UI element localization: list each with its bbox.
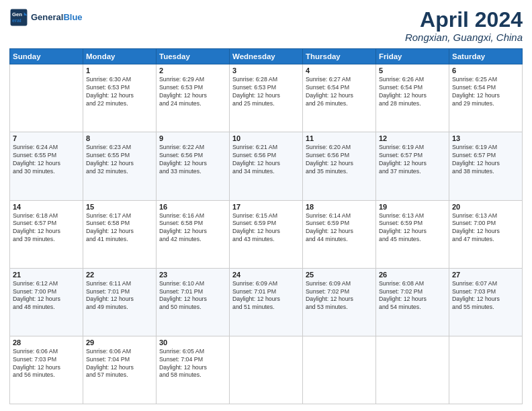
day-number: 17 [232,203,300,211]
day-info: Sunrise: 6:11 AMSunset: 7:01 PMDaylight:… [86,280,153,312]
day-info: Sunrise: 6:28 AMSunset: 6:53 PMDaylight:… [232,76,300,108]
location-title: Rongxian, Guangxi, China [405,32,523,43]
day-info: Sunrise: 6:12 AMSunset: 7:00 PMDaylight:… [13,280,80,312]
calendar-cell: 8Sunrise: 6:23 AMSunset: 6:55 PMDaylight… [83,132,157,200]
calendar-cell: 12Sunrise: 6:19 AMSunset: 6:57 PMDayligh… [376,132,449,200]
day-number: 20 [452,203,519,211]
day-info: Sunrise: 6:19 AMSunset: 6:57 PMDaylight:… [379,144,446,176]
weekday-header-thursday: Thursday [303,49,376,64]
day-number: 15 [86,203,153,211]
calendar-week-row: 21Sunrise: 6:12 AMSunset: 7:00 PMDayligh… [10,268,523,336]
calendar-cell: 1Sunrise: 6:30 AMSunset: 6:53 PMDaylight… [83,64,157,132]
day-number: 8 [86,134,153,142]
day-number: 14 [13,203,80,211]
page: Gen eral GeneralBlue April 2024 Rongxian… [0,0,532,411]
day-number: 9 [159,134,226,142]
day-info: Sunrise: 6:22 AMSunset: 6:56 PMDaylight:… [159,144,226,176]
calendar-cell: 23Sunrise: 6:10 AMSunset: 7:01 PMDayligh… [157,268,230,336]
day-number: 29 [86,338,153,347]
calendar-cell: 18Sunrise: 6:14 AMSunset: 6:59 PMDayligh… [303,200,376,268]
day-number: 25 [306,271,373,279]
day-info: Sunrise: 6:05 AMSunset: 7:04 PMDaylight:… [159,348,226,380]
day-info: Sunrise: 6:10 AMSunset: 7:01 PMDaylight:… [159,280,226,312]
svg-text:Gen: Gen [12,11,22,17]
calendar-cell [303,336,376,404]
calendar-cell: 17Sunrise: 6:15 AMSunset: 6:59 PMDayligh… [230,200,303,268]
logo-icon: Gen eral [9,8,28,27]
day-info: Sunrise: 6:14 AMSunset: 6:59 PMDaylight:… [306,212,373,244]
day-info: Sunrise: 6:08 AMSunset: 7:02 PMDaylight:… [379,280,446,312]
calendar-cell [449,336,523,404]
calendar-cell: 27Sunrise: 6:07 AMSunset: 7:03 PMDayligh… [449,268,523,336]
calendar-cell: 9Sunrise: 6:22 AMSunset: 6:56 PMDaylight… [157,132,230,200]
day-number: 6 [452,66,519,75]
calendar-cell: 30Sunrise: 6:05 AMSunset: 7:04 PMDayligh… [157,336,230,404]
day-number: 26 [379,271,446,279]
day-info: Sunrise: 6:19 AMSunset: 6:57 PMDaylight:… [452,144,519,176]
calendar-week-row: 28Sunrise: 6:06 AMSunset: 7:03 PMDayligh… [10,336,523,404]
calendar-cell: 22Sunrise: 6:11 AMSunset: 7:01 PMDayligh… [83,268,157,336]
day-number: 11 [306,134,373,142]
header: Gen eral GeneralBlue April 2024 Rongxian… [9,8,523,43]
day-info: Sunrise: 6:06 AMSunset: 7:03 PMDaylight:… [13,348,80,380]
day-info: Sunrise: 6:06 AMSunset: 7:04 PMDaylight:… [86,348,153,380]
day-info: Sunrise: 6:21 AMSunset: 6:56 PMDaylight:… [232,144,300,176]
day-number: 3 [232,66,300,75]
logo-name: GeneralBlue [31,12,83,23]
calendar-week-row: 1Sunrise: 6:30 AMSunset: 6:53 PMDaylight… [10,64,523,132]
day-number: 27 [452,271,519,279]
calendar-cell: 14Sunrise: 6:18 AMSunset: 6:57 PMDayligh… [10,200,83,268]
day-info: Sunrise: 6:27 AMSunset: 6:54 PMDaylight:… [306,76,373,108]
day-number: 19 [379,203,446,211]
day-number: 30 [159,338,226,347]
weekday-header-tuesday: Tuesday [157,49,230,64]
calendar-cell: 28Sunrise: 6:06 AMSunset: 7:03 PMDayligh… [10,336,83,404]
day-number: 10 [232,134,300,142]
calendar-cell: 19Sunrise: 6:13 AMSunset: 6:59 PMDayligh… [376,200,449,268]
day-number: 4 [306,66,373,75]
weekday-header-friday: Friday [376,49,449,64]
calendar-cell: 3Sunrise: 6:28 AMSunset: 6:53 PMDaylight… [230,64,303,132]
svg-text:eral: eral [12,17,21,24]
day-info: Sunrise: 6:23 AMSunset: 6:55 PMDaylight:… [86,144,153,176]
day-number: 1 [86,66,153,75]
weekday-header-sunday: Sunday [10,49,83,64]
day-info: Sunrise: 6:20 AMSunset: 6:56 PMDaylight:… [306,144,373,176]
day-info: Sunrise: 6:13 AMSunset: 6:59 PMDaylight:… [379,212,446,244]
calendar-week-row: 14Sunrise: 6:18 AMSunset: 6:57 PMDayligh… [10,200,523,268]
calendar-cell: 7Sunrise: 6:24 AMSunset: 6:55 PMDaylight… [10,132,83,200]
day-number: 23 [159,271,226,279]
calendar-cell: 11Sunrise: 6:20 AMSunset: 6:56 PMDayligh… [303,132,376,200]
calendar-table: SundayMondayTuesdayWednesdayThursdayFrid… [9,48,523,404]
month-title: April 2024 [405,8,523,32]
day-number: 13 [452,134,519,142]
day-number: 22 [86,271,153,279]
day-number: 21 [13,271,80,279]
calendar-week-row: 7Sunrise: 6:24 AMSunset: 6:55 PMDaylight… [10,132,523,200]
calendar-cell: 6Sunrise: 6:25 AMSunset: 6:54 PMDaylight… [449,64,523,132]
day-number: 5 [379,66,446,75]
day-number: 7 [13,134,80,142]
calendar-cell: 10Sunrise: 6:21 AMSunset: 6:56 PMDayligh… [230,132,303,200]
day-info: Sunrise: 6:26 AMSunset: 6:54 PMDaylight:… [379,76,446,108]
weekday-header-wednesday: Wednesday [230,49,303,64]
day-info: Sunrise: 6:13 AMSunset: 7:00 PMDaylight:… [452,212,519,244]
calendar-cell: 13Sunrise: 6:19 AMSunset: 6:57 PMDayligh… [449,132,523,200]
calendar-cell: 15Sunrise: 6:17 AMSunset: 6:58 PMDayligh… [83,200,157,268]
day-info: Sunrise: 6:07 AMSunset: 7:03 PMDaylight:… [452,280,519,312]
day-number: 24 [232,271,300,279]
calendar-cell: 4Sunrise: 6:27 AMSunset: 6:54 PMDaylight… [303,64,376,132]
day-info: Sunrise: 6:09 AMSunset: 7:01 PMDaylight:… [232,280,300,312]
day-number: 28 [13,338,80,347]
calendar-cell: 24Sunrise: 6:09 AMSunset: 7:01 PMDayligh… [230,268,303,336]
day-info: Sunrise: 6:09 AMSunset: 7:02 PMDaylight:… [306,280,373,312]
day-info: Sunrise: 6:18 AMSunset: 6:57 PMDaylight:… [13,212,80,244]
calendar-cell: 20Sunrise: 6:13 AMSunset: 7:00 PMDayligh… [449,200,523,268]
calendar-cell: 29Sunrise: 6:06 AMSunset: 7:04 PMDayligh… [83,336,157,404]
day-info: Sunrise: 6:15 AMSunset: 6:59 PMDaylight:… [232,212,300,244]
calendar-cell: 2Sunrise: 6:29 AMSunset: 6:53 PMDaylight… [157,64,230,132]
day-number: 12 [379,134,446,142]
calendar-cell: 26Sunrise: 6:08 AMSunset: 7:02 PMDayligh… [376,268,449,336]
day-info: Sunrise: 6:25 AMSunset: 6:54 PMDaylight:… [452,76,519,108]
day-info: Sunrise: 6:17 AMSunset: 6:58 PMDaylight:… [86,212,153,244]
